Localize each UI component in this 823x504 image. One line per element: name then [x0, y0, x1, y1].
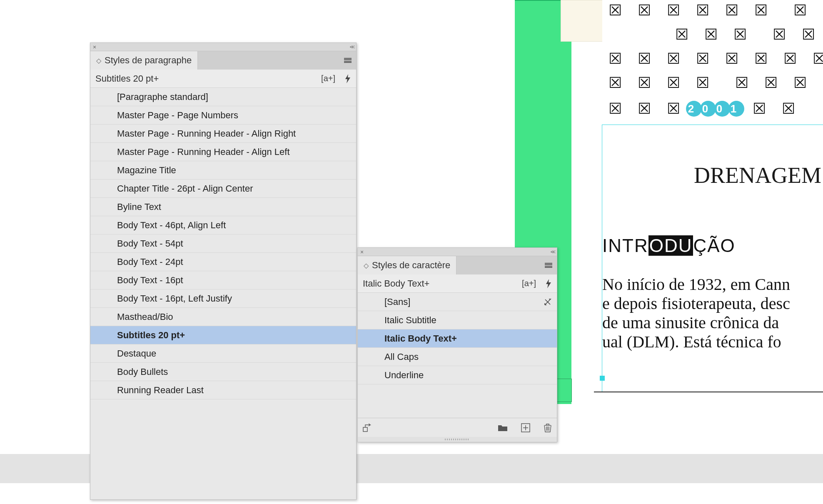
create-new-style-icon[interactable] — [521, 423, 530, 432]
current-style-label: Subtitles 20 pt+ — [95, 73, 159, 84]
quick-apply-icon[interactable] — [545, 279, 552, 288]
close-icon[interactable]: × — [360, 249, 364, 255]
delete-style-icon[interactable] — [544, 423, 552, 432]
current-style-row: Italic Body Text+ [a+] — [358, 274, 557, 293]
menu-icon — [344, 58, 352, 63]
character-style-item[interactable]: Underline — [358, 366, 557, 384]
paragraph-style-item[interactable]: Master Page - Running Header - Align Rig… — [90, 125, 356, 143]
panel-titlebar[interactable]: × << — [358, 248, 557, 256]
map-styles-icon[interactable] — [363, 424, 372, 432]
expand-collapse-icon[interactable]: ◇ — [96, 57, 101, 65]
tab-label: Styles de paragraphe — [105, 55, 192, 66]
paragraph-style-item[interactable]: Body Text - 54pt — [90, 235, 356, 253]
paragraph-style-item[interactable]: Masthead/Bio — [90, 308, 356, 326]
paragraph-style-item[interactable]: [Paragraphe standard] — [90, 88, 356, 106]
character-styles-panel[interactable]: × << ◇ Styles de caractère Italic Body T… — [357, 247, 557, 442]
clear-overrides-icon[interactable]: [a+] — [522, 279, 536, 288]
panel-footer — [358, 418, 557, 437]
paragraph-style-item[interactable]: Master Page - Page Numbers — [90, 106, 356, 125]
clear-overrides-icon[interactable]: [a+] — [321, 74, 335, 83]
paragraph-styles-panel[interactable]: × << ◇ Styles de paragraphe Subtitles 20… — [90, 42, 357, 500]
frame-handle[interactable] — [600, 376, 605, 381]
panel-tab-row: ◇ Styles de paragraphe — [90, 51, 356, 70]
style-list-empty-area — [358, 384, 557, 418]
paragraph-style-item[interactable]: Running Reader Last — [90, 381, 356, 399]
panel-resize-gripper[interactable] — [358, 437, 557, 442]
tab-paragraph-styles[interactable]: ◇ Styles de paragraphe — [90, 51, 198, 70]
paragraph-style-list[interactable]: [Paragraphe standard]Master Page - Page … — [90, 88, 356, 399]
character-style-item[interactable]: Italic Body Text+ — [358, 329, 557, 348]
paragraph-style-item[interactable]: Subtitles 20 pt+ — [90, 326, 356, 344]
paragraph-style-item[interactable]: Body Bullets — [90, 363, 356, 381]
tab-character-styles[interactable]: ◇ Styles de caractère — [358, 256, 456, 274]
paragraph-style-item[interactable]: Body Text - 46pt, Align Left — [90, 216, 356, 235]
panel-flyout-menu[interactable] — [540, 256, 557, 274]
character-style-item[interactable]: All Caps — [358, 348, 557, 366]
character-style-item[interactable]: [Sans] — [358, 293, 557, 311]
paragraph-style-item[interactable]: Destaque — [90, 344, 356, 363]
bottom-rule — [594, 392, 823, 392]
character-style-list[interactable]: [Sans]Italic SubtitleItalic Body Text+Al… — [358, 293, 557, 384]
paragraph-style-item[interactable]: Byline Text — [90, 198, 356, 216]
panel-tab-row: ◇ Styles de caractère — [358, 256, 557, 274]
quick-apply-icon[interactable] — [344, 74, 351, 83]
year-pill-2: 2 — [686, 101, 702, 117]
paragraph-style-item[interactable]: Magazine Title — [90, 161, 356, 180]
collapse-icon[interactable]: << — [551, 249, 554, 255]
text-frame-outline[interactable] — [602, 125, 823, 392]
new-style-group-icon[interactable] — [498, 424, 508, 432]
collapse-icon[interactable]: << — [350, 44, 354, 50]
year-pill-1: 1 — [728, 101, 744, 117]
close-icon[interactable]: × — [93, 44, 96, 50]
tab-label: Styles de caractère — [372, 260, 450, 271]
current-style-row: Subtitles 20 pt+ [a+] — [90, 70, 356, 88]
paragraph-style-item[interactable]: Body Text - 24pt — [90, 253, 356, 271]
year-pill-0a: 0 — [700, 101, 716, 117]
panel-flyout-menu[interactable] — [339, 51, 356, 70]
current-style-label: Italic Body Text+ — [363, 278, 429, 289]
paragraph-style-item[interactable]: Body Text - 16pt — [90, 271, 356, 289]
expand-collapse-icon[interactable]: ◇ — [364, 262, 369, 269]
not-editable-icon — [544, 298, 552, 306]
menu-icon — [545, 263, 552, 268]
paragraph-style-item[interactable]: Body Text - 16pt, Left Justify — [90, 289, 356, 308]
paragraph-style-item[interactable]: Master Page - Running Header - Align Lef… — [90, 143, 356, 161]
svg-rect-1 — [363, 427, 367, 432]
document-canvas[interactable]: ☒ ☒ ☒ ☒ ☒ ☒ ☒ ☒ ☒ ☒ ☒ ☒ ☒ ☒ ☒ ☒ ☒ ☒ ☒ ☒ … — [515, 0, 823, 504]
character-style-item[interactable]: Italic Subtitle — [358, 311, 557, 329]
panel-titlebar[interactable]: × << — [90, 43, 356, 51]
year-pill-0b: 0 — [714, 101, 730, 117]
paragraph-style-item[interactable]: Chapter Title - 26pt - Align Center — [90, 180, 356, 198]
missing-glyph-block: ☒ ☒ ☒ ☒ ☒ ☒ ☒ ☒ ☒ ☒ ☒ ☒ ☒ ☒ ☒ ☒ ☒ ☒ ☒ ☒ … — [609, 0, 819, 121]
